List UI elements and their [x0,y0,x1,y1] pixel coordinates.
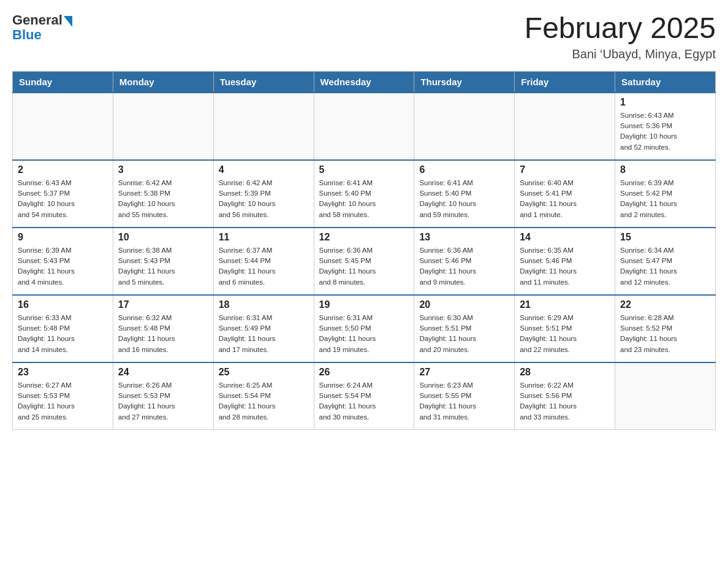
day-info: Sunrise: 6:30 AM Sunset: 5:51 PM Dayligh… [419,313,509,355]
calendar-cell: 10Sunrise: 6:38 AM Sunset: 5:43 PM Dayli… [113,228,213,295]
calendar-cell: 16Sunrise: 6:33 AM Sunset: 5:48 PM Dayli… [13,295,113,362]
week-row-5: 23Sunrise: 6:27 AM Sunset: 5:53 PM Dayli… [13,362,716,430]
day-info: Sunrise: 6:39 AM Sunset: 5:43 PM Dayligh… [18,245,108,288]
calendar-cell: 27Sunrise: 6:23 AM Sunset: 5:55 PM Dayli… [414,362,515,430]
weekday-header-wednesday: Wednesday [314,71,414,93]
day-number: 1 [620,97,710,108]
day-number: 6 [419,164,509,175]
day-number: 28 [520,367,610,378]
logo-general-text: General [12,12,63,28]
calendar-table: SundayMondayTuesdayWednesdayThursdayFrid… [12,71,716,431]
calendar-cell [13,93,113,160]
day-info: Sunrise: 6:29 AM Sunset: 5:51 PM Dayligh… [520,313,610,355]
day-info: Sunrise: 6:42 AM Sunset: 5:39 PM Dayligh… [219,178,309,220]
day-number: 19 [319,299,409,310]
week-row-1: 1Sunrise: 6:43 AM Sunset: 5:36 PM Daylig… [13,93,716,160]
day-number: 10 [118,232,208,243]
day-info: Sunrise: 6:31 AM Sunset: 5:50 PM Dayligh… [319,313,409,355]
calendar-cell: 17Sunrise: 6:32 AM Sunset: 5:48 PM Dayli… [113,295,213,362]
calendar-cell [213,93,314,160]
day-number: 13 [419,232,509,243]
calendar-cell: 26Sunrise: 6:24 AM Sunset: 5:54 PM Dayli… [314,362,414,430]
day-number: 9 [18,232,108,243]
day-info: Sunrise: 6:32 AM Sunset: 5:48 PM Dayligh… [118,313,208,355]
day-number: 20 [419,299,509,310]
calendar-cell: 19Sunrise: 6:31 AM Sunset: 5:50 PM Dayli… [314,295,414,362]
day-number: 16 [18,299,108,310]
day-info: Sunrise: 6:28 AM Sunset: 5:52 PM Dayligh… [620,313,710,355]
calendar-cell: 1Sunrise: 6:43 AM Sunset: 5:36 PM Daylig… [615,93,716,160]
day-info: Sunrise: 6:33 AM Sunset: 5:48 PM Dayligh… [18,313,108,355]
calendar-cell: 6Sunrise: 6:41 AM Sunset: 5:40 PM Daylig… [414,160,515,228]
calendar-cell: 23Sunrise: 6:27 AM Sunset: 5:53 PM Dayli… [13,362,113,430]
day-info: Sunrise: 6:24 AM Sunset: 5:54 PM Dayligh… [319,380,409,423]
location-title: Bani ‘Ubayd, Minya, Egypt [525,47,716,61]
day-number: 7 [520,164,610,175]
logo: General Blue [12,12,72,43]
day-info: Sunrise: 6:42 AM Sunset: 5:38 PM Dayligh… [118,178,208,220]
day-info: Sunrise: 6:35 AM Sunset: 5:46 PM Dayligh… [520,245,610,288]
calendar-cell: 14Sunrise: 6:35 AM Sunset: 5:46 PM Dayli… [515,228,615,295]
day-number: 27 [419,367,509,378]
calendar-cell [515,93,615,160]
day-info: Sunrise: 6:41 AM Sunset: 5:40 PM Dayligh… [319,178,409,220]
day-info: Sunrise: 6:22 AM Sunset: 5:56 PM Dayligh… [520,380,610,423]
day-info: Sunrise: 6:43 AM Sunset: 5:37 PM Dayligh… [18,178,108,220]
day-number: 2 [18,164,108,175]
calendar-cell: 15Sunrise: 6:34 AM Sunset: 5:47 PM Dayli… [615,228,716,295]
day-info: Sunrise: 6:36 AM Sunset: 5:46 PM Dayligh… [419,245,509,288]
day-info: Sunrise: 6:43 AM Sunset: 5:36 PM Dayligh… [620,110,710,153]
weekday-header-row: SundayMondayTuesdayWednesdayThursdayFrid… [13,71,716,93]
day-number: 24 [118,367,208,378]
weekday-header-tuesday: Tuesday [213,71,314,93]
calendar-cell: 8Sunrise: 6:39 AM Sunset: 5:42 PM Daylig… [615,160,716,228]
calendar-cell: 18Sunrise: 6:31 AM Sunset: 5:49 PM Dayli… [213,295,314,362]
calendar-cell [615,362,716,430]
day-info: Sunrise: 6:27 AM Sunset: 5:53 PM Dayligh… [18,380,108,423]
page-header: General Blue February 2025 Bani ‘Ubayd, … [12,12,716,61]
calendar-cell: 3Sunrise: 6:42 AM Sunset: 5:38 PM Daylig… [113,160,213,228]
week-row-2: 2Sunrise: 6:43 AM Sunset: 5:37 PM Daylig… [13,160,716,228]
day-number: 18 [219,299,309,310]
day-number: 17 [118,299,208,310]
day-number: 25 [219,367,309,378]
day-info: Sunrise: 6:31 AM Sunset: 5:49 PM Dayligh… [219,313,309,355]
calendar-cell: 28Sunrise: 6:22 AM Sunset: 5:56 PM Dayli… [515,362,615,430]
calendar-cell [314,93,414,160]
weekday-header-saturday: Saturday [615,71,716,93]
week-row-4: 16Sunrise: 6:33 AM Sunset: 5:48 PM Dayli… [13,295,716,362]
weekday-header-sunday: Sunday [13,71,113,93]
day-number: 4 [219,164,309,175]
day-info: Sunrise: 6:34 AM Sunset: 5:47 PM Dayligh… [620,245,710,288]
day-number: 14 [520,232,610,243]
calendar-cell [113,93,213,160]
day-number: 5 [319,164,409,175]
logo-arrow-icon [64,16,72,27]
calendar-cell: 12Sunrise: 6:36 AM Sunset: 5:45 PM Dayli… [314,228,414,295]
day-info: Sunrise: 6:36 AM Sunset: 5:45 PM Dayligh… [319,245,409,288]
day-number: 8 [620,164,710,175]
day-info: Sunrise: 6:37 AM Sunset: 5:44 PM Dayligh… [219,245,309,288]
calendar-cell: 24Sunrise: 6:26 AM Sunset: 5:53 PM Dayli… [113,362,213,430]
logo-blue-text: Blue [12,27,42,43]
calendar-cell: 2Sunrise: 6:43 AM Sunset: 5:37 PM Daylig… [13,160,113,228]
day-info: Sunrise: 6:26 AM Sunset: 5:53 PM Dayligh… [118,380,208,423]
month-title: February 2025 [525,12,716,45]
calendar-cell: 4Sunrise: 6:42 AM Sunset: 5:39 PM Daylig… [213,160,314,228]
day-info: Sunrise: 6:38 AM Sunset: 5:43 PM Dayligh… [118,245,208,288]
calendar-cell: 9Sunrise: 6:39 AM Sunset: 5:43 PM Daylig… [13,228,113,295]
title-block: February 2025 Bani ‘Ubayd, Minya, Egypt [525,12,716,61]
calendar-cell: 22Sunrise: 6:28 AM Sunset: 5:52 PM Dayli… [615,295,716,362]
day-info: Sunrise: 6:41 AM Sunset: 5:40 PM Dayligh… [419,178,509,220]
day-info: Sunrise: 6:40 AM Sunset: 5:41 PM Dayligh… [520,178,610,220]
day-number: 12 [319,232,409,243]
day-number: 15 [620,232,710,243]
day-number: 11 [219,232,309,243]
weekday-header-friday: Friday [515,71,615,93]
weekday-header-thursday: Thursday [414,71,515,93]
week-row-3: 9Sunrise: 6:39 AM Sunset: 5:43 PM Daylig… [13,228,716,295]
calendar-cell: 21Sunrise: 6:29 AM Sunset: 5:51 PM Dayli… [515,295,615,362]
calendar-cell: 25Sunrise: 6:25 AM Sunset: 5:54 PM Dayli… [213,362,314,430]
day-info: Sunrise: 6:23 AM Sunset: 5:55 PM Dayligh… [419,380,509,423]
day-number: 21 [520,299,610,310]
